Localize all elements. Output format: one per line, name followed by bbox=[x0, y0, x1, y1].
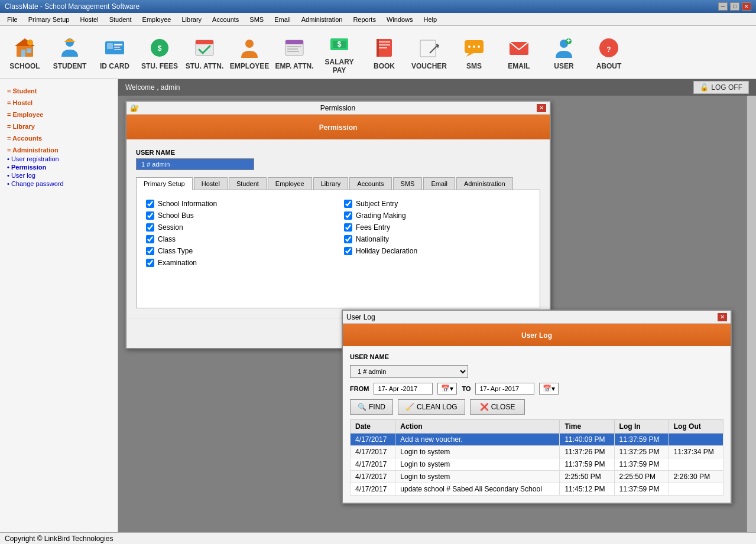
stuattn-icon bbox=[192, 35, 218, 61]
userlog-select[interactable]: 1 # admin bbox=[350, 365, 468, 378]
student-button[interactable]: STUDENT bbox=[50, 30, 90, 76]
sidebar-section-library[interactable]: = Library bbox=[0, 119, 118, 131]
checkbox-class[interactable]: Class bbox=[146, 235, 332, 243]
checkbox-session[interactable]: Session bbox=[146, 223, 332, 232]
checkbox-classtype[interactable]: Class Type bbox=[146, 247, 332, 255]
scrollbar-vertical[interactable] bbox=[747, 96, 756, 544]
userlog-window-close[interactable]: ✕ bbox=[718, 313, 727, 321]
checkbox-schoolbus[interactable]: School Bus bbox=[146, 211, 332, 220]
svg-rect-3 bbox=[27, 48, 31, 53]
salarypay-button[interactable]: $ SALARY PAY bbox=[319, 30, 359, 76]
user-select-row: 1 # admin bbox=[136, 158, 540, 170]
sidebar-section-employee[interactable]: = Employee bbox=[0, 108, 118, 119]
stufees-button[interactable]: $ STU. FEES bbox=[139, 30, 180, 76]
email-button[interactable]: EMAIL bbox=[499, 30, 539, 76]
checkbox-examination[interactable]: Examination bbox=[146, 259, 332, 267]
checkbox-grid: School Information Subject Entry School … bbox=[146, 200, 530, 267]
svg-rect-21 bbox=[287, 51, 299, 52]
menu-hostel[interactable]: Hostel bbox=[75, 15, 103, 24]
employee-button[interactable]: EMPLOYEE bbox=[229, 30, 270, 76]
table-row[interactable]: 4/17/2017Login to system11:37:59 PM11:37… bbox=[351, 458, 723, 471]
tab-library[interactable]: Library bbox=[313, 177, 349, 190]
table-row[interactable]: 4/17/2017Add a new voucher.11:40:09 PM11… bbox=[351, 434, 723, 446]
status-bar: Copyright © LinkBird Technologies bbox=[0, 532, 756, 544]
checkbox-subjectentry[interactable]: Subject Entry bbox=[344, 200, 530, 208]
minimize-button[interactable]: ─ bbox=[718, 2, 728, 11]
book-button[interactable]: BOOK bbox=[364, 30, 404, 76]
sidebar-section-administration[interactable]: = Administration bbox=[0, 143, 118, 155]
window-controls: ─ □ ✕ bbox=[718, 2, 751, 11]
menu-employee[interactable]: Employee bbox=[138, 15, 176, 24]
sidebar-item-userregistration[interactable]: User registration bbox=[0, 155, 118, 163]
checkbox-gradingmaking[interactable]: Grading Making bbox=[344, 211, 530, 220]
tab-student[interactable]: Student bbox=[229, 177, 267, 190]
userlog-action-row: 🔍 FIND 🧹 CLEAN LOG ❌ CLOSE bbox=[350, 399, 723, 415]
stuattn-button[interactable]: STU. ATTN. bbox=[184, 30, 225, 76]
checkbox-nationality[interactable]: Nationality bbox=[344, 235, 530, 243]
idcard-label: ID CARD bbox=[100, 62, 129, 70]
menu-sms[interactable]: SMS bbox=[245, 15, 268, 24]
menu-file[interactable]: File bbox=[2, 15, 22, 24]
sidebar-item-userlog[interactable]: User log bbox=[0, 171, 118, 180]
logout-button[interactable]: 🔓 LOG OFF bbox=[693, 81, 749, 94]
tab-email[interactable]: Email bbox=[423, 177, 455, 190]
userlog-from-calendar[interactable]: 📅▾ bbox=[437, 383, 457, 395]
userlog-close-button[interactable]: ❌ CLOSE bbox=[470, 399, 525, 415]
sidebar-item-permission[interactable]: Permission bbox=[0, 163, 118, 171]
checkbox-holidaydeclaration[interactable]: Holiday Declaration bbox=[344, 247, 530, 255]
tab-primarysetup[interactable]: Primary Setup bbox=[136, 177, 193, 190]
tab-administration[interactable]: Administration bbox=[456, 177, 513, 190]
table-row[interactable]: 4/17/2017Login to system2:25:50 PM2:25:5… bbox=[351, 471, 723, 483]
userlog-body: USER NAME 1 # admin FROM 📅▾ TO 📅▾ bbox=[343, 346, 731, 503]
user-select[interactable]: 1 # admin bbox=[136, 158, 254, 170]
menu-student[interactable]: Student bbox=[105, 15, 137, 24]
menu-reports[interactable]: Reports bbox=[348, 15, 381, 24]
tab-hostel[interactable]: Hostel bbox=[194, 177, 228, 190]
userlog-to-calendar[interactable]: 📅▾ bbox=[539, 383, 559, 395]
school-label: SCHOOL bbox=[9, 62, 40, 70]
sms-icon bbox=[461, 35, 487, 61]
user-button[interactable]: + USER bbox=[544, 30, 584, 76]
sidebar-section-accounts[interactable]: = Accounts bbox=[0, 131, 118, 143]
cleanlog-button[interactable]: 🧹 CLEAN LOG bbox=[398, 399, 465, 415]
permission-body: USER NAME 1 # admin Primary Setup Hostel… bbox=[126, 139, 550, 318]
sidebar-section-hostel[interactable]: = Hostel bbox=[0, 96, 118, 108]
menu-primarysetup[interactable]: Primary Setup bbox=[24, 15, 74, 24]
sidebar-section-student[interactable]: = Student bbox=[0, 84, 118, 96]
stufees-icon: $ bbox=[147, 35, 173, 61]
col-logout: Log Out bbox=[669, 420, 723, 434]
school-button[interactable]: SCHOOL bbox=[5, 30, 45, 76]
menu-email[interactable]: Email bbox=[270, 15, 296, 24]
sms-button[interactable]: SMS bbox=[454, 30, 494, 76]
svg-rect-9 bbox=[114, 44, 122, 45]
close-button[interactable]: ✕ bbox=[742, 2, 751, 11]
menu-library[interactable]: Library bbox=[177, 15, 206, 24]
checkbox-feesentry[interactable]: Fees Entry bbox=[344, 223, 530, 232]
cell-action: Add a new voucher. bbox=[395, 434, 560, 446]
menu-windows[interactable]: Windows bbox=[382, 15, 418, 24]
table-row[interactable]: 4/17/2017Login to system11:37:26 PM11:37… bbox=[351, 446, 723, 458]
idcard-button[interactable]: ID CARD bbox=[95, 30, 135, 76]
menu-accounts[interactable]: Accounts bbox=[207, 15, 244, 24]
sidebar-item-changepassword[interactable]: Change password bbox=[0, 180, 118, 188]
maximize-button[interactable]: □ bbox=[730, 2, 739, 11]
userlog-from-date[interactable] bbox=[374, 383, 433, 395]
cell-time: 2:25:50 PM bbox=[560, 471, 614, 483]
cell-login: 11:37:59 PM bbox=[614, 483, 669, 496]
menu-administration[interactable]: Administration bbox=[297, 15, 348, 24]
empattn-button[interactable]: EMP. ATTN. bbox=[274, 30, 314, 76]
tab-sms[interactable]: SMS bbox=[393, 177, 423, 190]
permission-header-text: Permission bbox=[319, 123, 358, 132]
svg-rect-26 bbox=[378, 41, 390, 43]
checkbox-schoolinfo[interactable]: School Information bbox=[146, 200, 332, 208]
about-button[interactable]: ? ABOUT bbox=[589, 30, 629, 76]
table-row[interactable]: 4/17/2017update school # Sabed Ali Secon… bbox=[351, 483, 723, 496]
voucher-button[interactable]: VOUCHER bbox=[409, 30, 449, 76]
tab-accounts[interactable]: Accounts bbox=[349, 177, 391, 190]
permission-window-close[interactable]: ✕ bbox=[537, 104, 546, 112]
menu-help[interactable]: Help bbox=[419, 15, 442, 24]
tab-employee[interactable]: Employee bbox=[268, 177, 312, 190]
userlog-to-date[interactable] bbox=[475, 383, 534, 395]
userlog-from-label: FROM bbox=[350, 385, 369, 392]
find-button[interactable]: 🔍 FIND bbox=[350, 399, 393, 415]
